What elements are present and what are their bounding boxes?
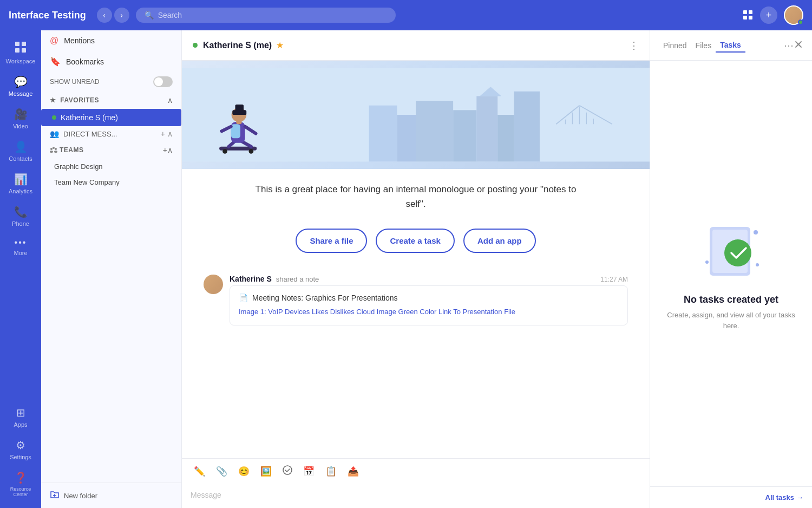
toolbar-share-button[interactable]: 📤 <box>344 464 362 479</box>
teams-collapse-button[interactable]: ∧ <box>167 146 173 154</box>
sidebar-item-phone[interactable]: 📞 Phone <box>3 201 38 231</box>
direct-messages-label: DIRECT MESS... <box>63 130 161 138</box>
team-new-company[interactable]: Team New Company <box>41 174 181 190</box>
sidebar-bottom: New folder <box>41 483 181 508</box>
toolbar-attach-button[interactable]: 📎 <box>213 464 231 479</box>
chat-header-star-icon[interactable]: ★ <box>276 40 284 50</box>
resource-center-icon: ❓ <box>14 471 28 484</box>
svg-rect-3 <box>749 16 752 19</box>
message-content: Katherine S shared a note 11:27 AM 📄 Mee… <box>230 275 628 325</box>
teams-add-button[interactable]: + <box>163 146 167 154</box>
nav-back-button[interactable]: ‹ <box>97 8 112 23</box>
sidebar-item-label-more: More <box>14 250 27 256</box>
svg-rect-0 <box>743 10 747 14</box>
svg-rect-22 <box>514 92 540 162</box>
sidebar-item-video[interactable]: 🎥 Video <box>3 103 38 134</box>
svg-point-51 <box>705 260 709 264</box>
sidebar-item-apps[interactable]: ⊞ Apps <box>3 402 38 432</box>
all-tasks-link[interactable]: All tasks → <box>765 493 803 502</box>
search-bar[interactable]: 🔍 <box>136 8 396 23</box>
grid-icon-button[interactable] <box>743 10 754 21</box>
svg-rect-5 <box>22 42 26 46</box>
message-time: 11:27 AM <box>600 276 628 283</box>
message-row: Katherine S shared a note 11:27 AM 📄 Mee… <box>204 275 628 325</box>
toolbar-check-button[interactable] <box>279 463 296 480</box>
sidebar-item-label-resource-center: Resource Center <box>3 486 38 497</box>
create-task-button[interactable]: Create a task <box>376 229 454 253</box>
mentions-item[interactable]: @ Mentions <box>41 30 181 51</box>
workspace-icon <box>15 41 27 56</box>
message-note: 📄 Meeting Notes: Graphics For Presentati… <box>230 285 628 325</box>
chat-main: Katherine S (me) ★ ⋮ <box>182 30 650 508</box>
svg-point-49 <box>724 239 751 266</box>
chat-banner <box>182 61 650 169</box>
sidebar-item-settings[interactable]: ⚙ Settings <box>3 434 38 465</box>
chat-intro-text: This is a great place for having an inte… <box>253 182 578 211</box>
sidebar-mid: @ Mentions 🔖 Bookmarks SHOW UNREAD ★ FAV… <box>41 30 182 508</box>
svg-rect-4 <box>15 42 19 46</box>
chat-more-button[interactable]: ⋮ <box>629 40 639 51</box>
bookmarks-item[interactable]: 🔖 Bookmarks <box>41 51 181 72</box>
avatar-wrap[interactable] <box>784 5 803 25</box>
svg-point-10 <box>55 148 57 150</box>
share-file-button[interactable]: Share a file <box>296 229 367 253</box>
sidebar-item-workspace[interactable]: Workspace <box>3 37 38 69</box>
sidebar-left: Workspace 💬 Message 🎥 Video 👤 Contacts 📊… <box>0 30 41 508</box>
chat-status-dot <box>193 43 198 48</box>
toolbar-list-button[interactable]: 📋 <box>322 464 340 479</box>
svg-rect-2 <box>743 16 747 19</box>
sidebar-item-analytics[interactable]: 📊 Analytics <box>3 168 38 199</box>
sidebar-item-contacts[interactable]: 👤 Contacts <box>3 136 38 166</box>
team-graphic-design[interactable]: Graphic Design <box>41 159 181 174</box>
sidebar-item-message[interactable]: 💬 Message <box>3 71 38 101</box>
toolbar-emoji-button[interactable]: 😊 <box>235 464 253 479</box>
svg-point-32 <box>222 149 227 154</box>
panel-close-button[interactable] <box>794 40 803 51</box>
toolbar-pen-button[interactable]: ✏️ <box>191 464 208 479</box>
bookmarks-label: Bookmarks <box>66 57 104 66</box>
favorites-collapse-button[interactable]: ∧ <box>167 96 173 105</box>
message-input[interactable] <box>191 489 641 502</box>
analytics-icon: 📊 <box>14 173 28 186</box>
katherine-me-item[interactable]: Katherine S (me) <box>41 109 181 126</box>
new-folder-item[interactable]: New folder <box>50 490 173 502</box>
tab-files[interactable]: Files <box>691 39 716 52</box>
avatar-status <box>798 19 803 25</box>
settings-icon: ⚙ <box>16 439 25 452</box>
svg-rect-18 <box>416 101 453 161</box>
sidebar-item-label-apps: Apps <box>14 421 27 428</box>
message-action-label: shared a note <box>276 275 319 283</box>
add-app-button[interactable]: Add an app <box>463 229 536 253</box>
no-tasks-illustration <box>699 216 764 283</box>
svg-point-52 <box>756 263 759 266</box>
svg-rect-17 <box>397 115 416 161</box>
team-graphic-design-label: Graphic Design <box>54 162 103 171</box>
toolbar-image-button[interactable]: 🖼️ <box>257 464 275 479</box>
svg-rect-20 <box>476 96 497 161</box>
svg-rect-43 <box>235 105 244 111</box>
tab-tasks[interactable]: Tasks <box>716 38 745 53</box>
search-input[interactable] <box>158 11 387 19</box>
direct-messages-add-button[interactable]: + <box>161 129 165 138</box>
search-icon: 🔍 <box>145 11 154 19</box>
app-title: Interface Testing <box>9 10 86 21</box>
add-button[interactable]: + <box>760 6 777 24</box>
sidebar-item-more[interactable]: ••• More <box>3 233 38 260</box>
message-sender: Katherine S <box>230 275 272 283</box>
team-new-company-label: Team New Company <box>54 178 120 186</box>
direct-messages-expand-button[interactable]: ∧ <box>167 129 173 138</box>
toolbar-calendar-button[interactable]: 📅 <box>300 464 318 479</box>
tab-pinned[interactable]: Pinned <box>659 39 691 52</box>
svg-point-9 <box>53 147 55 149</box>
sidebar-item-label-analytics: Analytics <box>9 188 32 194</box>
panel-more-button[interactable]: ⋯ <box>784 40 794 51</box>
sidebar-item-resource-center[interactable]: ❓ Resource Center <box>3 467 38 502</box>
message-header: Katherine S shared a note 11:27 AM <box>230 275 628 283</box>
show-unread-label: SHOW UNREAD <box>50 78 153 86</box>
all-tasks-arrow-icon: → <box>796 493 803 502</box>
svg-point-12 <box>54 151 57 153</box>
nav-forward-button[interactable]: › <box>114 8 129 23</box>
show-unread-toggle[interactable] <box>153 76 173 87</box>
panel-right: Pinned Files Tasks ⋯ <box>650 30 812 508</box>
svg-rect-7 <box>22 48 26 53</box>
